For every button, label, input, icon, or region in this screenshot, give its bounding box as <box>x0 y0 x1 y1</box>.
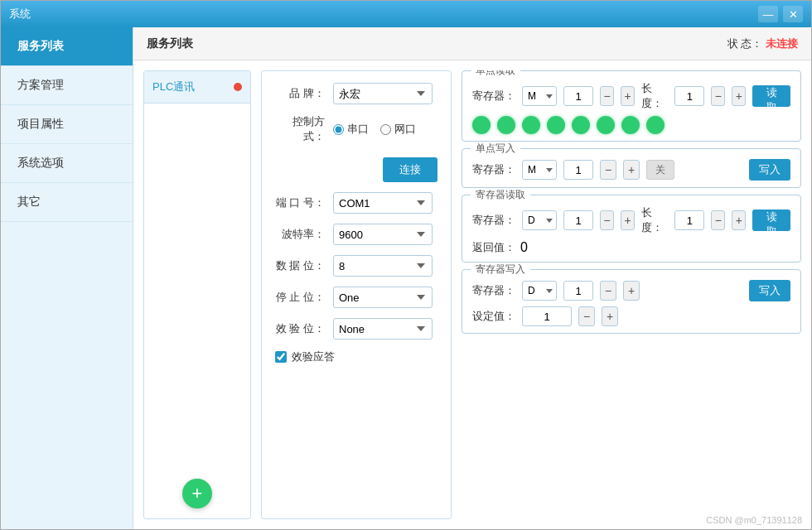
reg-read-minus-btn[interactable]: − <box>600 210 614 230</box>
sidebar-item-other[interactable]: 其它 <box>1 183 133 222</box>
reg-read-btn[interactable]: 读取 <box>752 210 790 231</box>
reg-read-num-input[interactable] <box>563 210 593 230</box>
plc-list: PLC通讯 + <box>143 70 251 519</box>
single-write-minus-btn[interactable]: − <box>600 160 616 180</box>
serial-radio[interactable] <box>333 124 344 135</box>
window-title: 系统 <box>9 7 31 22</box>
verify-checkbox[interactable] <box>275 351 287 363</box>
page-title: 服务列表 <box>147 36 193 51</box>
single-read-len-input[interactable] <box>674 86 704 106</box>
single-read-reg-select[interactable]: MDYX <box>522 86 557 106</box>
reg-read-len-plus-btn[interactable]: + <box>732 210 746 230</box>
verify-label: 效验应答 <box>292 349 335 364</box>
reg-read-return-row: 返回值： 0 <box>472 240 790 255</box>
titlebar: 系统 — ✕ <box>1 1 811 27</box>
single-write-reg-select[interactable]: MDYX <box>522 160 557 180</box>
single-read-num-input[interactable] <box>563 86 593 106</box>
reg-write-plus-btn[interactable]: + <box>623 281 640 301</box>
status-value: 未连接 <box>766 37 798 50</box>
reg-write-reg-select[interactable]: DMYX <box>522 281 557 301</box>
reg-read-section: 寄存器读取 寄存器： DMYX − + 长度： <box>462 195 801 263</box>
reg-write-num-input[interactable] <box>563 281 593 301</box>
settings-area: 品 牌： 永宏 三菱 西门子 控制方式： <box>261 70 801 519</box>
reg-write-btn[interactable]: 写入 <box>749 280 790 301</box>
single-read-btn[interactable]: 读取 <box>752 85 790 107</box>
databits-label: 数 据 位： <box>275 258 325 273</box>
serial-label: 串口 <box>347 122 369 137</box>
databits-row: 数 据 位： 87 <box>275 255 437 277</box>
led-2 <box>497 116 515 134</box>
reg-read-reg-select[interactable]: DMYX <box>522 210 557 230</box>
serial-radio-label[interactable]: 串口 <box>333 122 369 137</box>
single-write-num-input[interactable] <box>563 160 593 180</box>
baud-select[interactable]: 960019200115200 <box>333 224 433 245</box>
baud-label: 波特率： <box>275 227 325 242</box>
sidebar-item-project-props[interactable]: 项目属性 <box>1 105 133 144</box>
main-area: 服务列表 方案管理 项目属性 系统选项 其它 服务列表 状 态： 未连接 <box>1 27 811 529</box>
sidebar-item-solution-mgmt[interactable]: 方案管理 <box>1 66 133 105</box>
port-row: 端 口 号： COM1COM2COM3 <box>275 192 437 214</box>
single-write-title: 单点写入 <box>471 142 520 156</box>
stopbits-label: 停 止 位： <box>275 290 325 305</box>
brand-select[interactable]: 永宏 三菱 西门子 <box>333 83 433 104</box>
databits-select[interactable]: 87 <box>333 255 433 277</box>
led-7 <box>621 116 640 134</box>
add-plc-button[interactable]: + <box>182 479 212 508</box>
single-write-plus-btn[interactable]: + <box>623 160 640 180</box>
network-radio[interactable] <box>380 124 391 135</box>
reg-read-title: 寄存器读取 <box>471 188 530 202</box>
single-write-btn[interactable]: 写入 <box>749 159 790 181</box>
single-write-reg-label: 寄存器： <box>472 162 515 177</box>
titlebar-controls: — ✕ <box>758 6 803 22</box>
single-read-title: 单点读取 <box>471 70 520 78</box>
main-window: 系统 — ✕ 服务列表 方案管理 项目属性 系统选项 其它 <box>0 0 812 530</box>
led-1 <box>472 116 491 134</box>
plc-item-label: PLC通讯 <box>152 80 195 94</box>
baud-row: 波特率： 960019200115200 <box>275 224 437 245</box>
reg-write-set-label: 设定值： <box>472 309 515 324</box>
sidebar-item-service-list[interactable]: 服务列表 <box>1 27 133 66</box>
control-label: 控制方式： <box>275 114 325 144</box>
reg-write-title: 寄存器写入 <box>471 263 530 277</box>
stopbits-select[interactable]: OneTwo1.5 <box>333 287 433 308</box>
minimize-button[interactable]: — <box>758 6 778 22</box>
connect-button[interactable]: 连接 <box>383 157 437 182</box>
stopbits-row: 停 止 位： OneTwo1.5 <box>275 287 437 308</box>
sidebar-item-system-options[interactable]: 系统选项 <box>1 144 133 183</box>
status-area: 状 态： 未连接 <box>727 36 798 51</box>
single-write-section: 单点写入 寄存器： MDYX − + 关 写入 <box>462 148 801 188</box>
port-select[interactable]: COM1COM2COM3 <box>333 192 433 214</box>
single-read-len-plus-btn[interactable]: + <box>732 86 746 106</box>
reg-write-set-plus-btn[interactable]: + <box>602 306 618 326</box>
reg-write-minus-btn[interactable]: − <box>600 281 616 301</box>
single-read-minus-btn[interactable]: − <box>600 86 614 106</box>
close-button[interactable]: ✕ <box>783 6 803 22</box>
left-settings: 品 牌： 永宏 三菱 西门子 控制方式： <box>261 70 452 519</box>
led-4 <box>547 116 565 134</box>
content-body: PLC通讯 + 品 牌： 永宏 三菱 西门子 <box>133 60 811 529</box>
reg-read-len-minus-btn[interactable]: − <box>711 210 725 230</box>
content-header: 服务列表 状 态： 未连接 <box>133 27 811 60</box>
led-3 <box>522 116 540 134</box>
reg-write-section: 寄存器写入 寄存器： DMYX − + 写入 <box>462 269 801 334</box>
reg-read-plus-btn[interactable]: + <box>621 210 635 230</box>
single-write-row: 寄存器： MDYX − + 关 写入 <box>472 159 790 181</box>
reg-write-set-input[interactable] <box>522 306 572 326</box>
single-read-reg-label: 寄存器： <box>472 89 515 104</box>
network-radio-label[interactable]: 网口 <box>380 122 416 137</box>
parity-select[interactable]: NoneEvenOdd <box>333 318 433 340</box>
right-panel: 单点读取 寄存器： MDYX − + 长度： <box>462 70 801 519</box>
plc-item[interactable]: PLC通讯 <box>144 71 250 104</box>
brand-row: 品 牌： 永宏 三菱 西门子 <box>275 83 437 104</box>
reg-write-set-minus-btn[interactable]: − <box>578 306 595 326</box>
verify-row: 效验应答 <box>275 349 437 364</box>
single-read-len-minus-btn[interactable]: − <box>711 86 725 106</box>
single-read-plus-btn[interactable]: + <box>621 86 635 106</box>
reg-read-len-input[interactable] <box>674 210 704 230</box>
single-write-toggle-btn[interactable]: 关 <box>646 160 674 180</box>
watermark: CSDN @m0_71391128 <box>706 515 802 525</box>
network-label: 网口 <box>394 122 416 137</box>
reg-read-return-value: 0 <box>520 240 528 255</box>
reg-read-len-label: 长度： <box>641 205 668 235</box>
reg-read-return-label: 返回值： <box>472 240 515 255</box>
